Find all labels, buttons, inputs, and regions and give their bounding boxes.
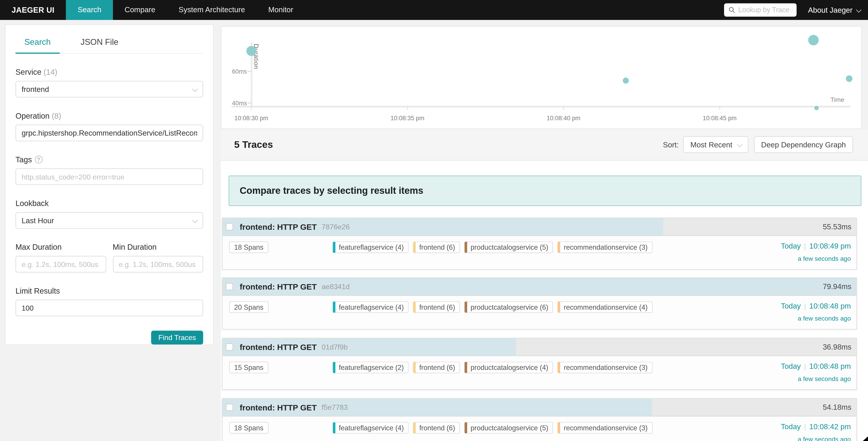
trace-card-body: 18 Spans featureflagservice (4)frontend … xyxy=(222,416,856,441)
x-tick-mark xyxy=(719,106,720,110)
top-navbar: JAEGER UI SearchCompareSystem Architectu… xyxy=(0,0,868,20)
lookback-select[interactable]: Last Hour xyxy=(16,212,203,229)
date-time-separator: | xyxy=(801,423,809,431)
service-tag: recommendationservice (3) xyxy=(558,422,653,434)
service-select[interactable]: frontend xyxy=(16,81,203,97)
x-axis-title: Time xyxy=(831,96,844,103)
deep-dependency-graph-button[interactable]: Deep Dependency Graph xyxy=(754,136,853,153)
sidebar-tab-json-file[interactable]: JSON File xyxy=(72,31,127,53)
scatter-point[interactable] xyxy=(623,78,629,84)
date-time-separator: | xyxy=(801,302,809,310)
about-jaeger-label: About Jaeger xyxy=(808,6,852,14)
trace-duration: 79.94ms xyxy=(823,283,851,291)
trace-result-card[interactable]: frontend: HTTP GET ae8341d 79.94ms 20 Sp… xyxy=(222,277,857,330)
trace-id: 7876e26 xyxy=(322,223,350,231)
trace-result-card[interactable]: frontend: HTTP GET 7876e26 55.53ms 18 Sp… xyxy=(222,217,857,270)
tags-input[interactable] xyxy=(22,173,197,181)
trace-time: 10:08:48 pm xyxy=(809,302,851,310)
search-sidebar: SearchJSON File Service (14) frontend Op… xyxy=(5,25,213,345)
min-duration-input[interactable] xyxy=(119,260,197,268)
y-tick-mark xyxy=(248,102,252,104)
trace-result-card[interactable]: frontend: HTTP GET 01d7f9b 36.98ms 15 Sp… xyxy=(222,338,857,390)
service-tags: featureflagservice (2)frontend (6)produc… xyxy=(333,362,657,373)
service-tag: productcatalogservice (4) xyxy=(465,362,553,373)
trace-time-block: Today|10:08:42 pm a few seconds ago xyxy=(781,421,851,441)
span-count-chip: 15 Spans xyxy=(229,362,268,373)
nav-item-monitor[interactable]: Monitor xyxy=(257,0,305,20)
trace-time: 10:08:42 pm xyxy=(809,423,851,431)
trace-id-input[interactable] xyxy=(738,6,792,14)
nav-item-search[interactable]: Search xyxy=(66,0,113,20)
app-logo[interactable]: JAEGER UI xyxy=(0,0,66,20)
trace-relative-time: a few seconds ago xyxy=(781,376,851,382)
y-tick-label: 40ms xyxy=(221,99,247,106)
sort-value: Most Recent xyxy=(690,140,732,149)
service-tag: featureflagservice (4) xyxy=(333,241,409,253)
trace-time: 10:08:48 pm xyxy=(809,362,851,371)
trace-time-block: Today|10:08:48 pm a few seconds ago xyxy=(781,301,851,322)
x-tick-mark xyxy=(407,106,408,110)
trace-select-checkbox[interactable] xyxy=(226,283,233,290)
sidebar-tabs: SearchJSON File xyxy=(16,25,203,54)
limit-results-input[interactable] xyxy=(22,304,197,312)
service-tag: featureflagservice (4) xyxy=(333,301,409,313)
service-value: frontend xyxy=(22,85,49,93)
service-tags: featureflagservice (4)frontend (6)produc… xyxy=(333,422,657,434)
trace-title[interactable]: frontend: HTTP GET xyxy=(240,222,316,231)
max-duration-label: Max Duration xyxy=(16,243,106,252)
trace-relative-time: a few seconds ago xyxy=(781,255,851,262)
span-count-chip: 18 Spans xyxy=(229,241,268,253)
trace-card-header: frontend: HTTP GET 7876e26 55.53ms xyxy=(222,218,856,236)
operation-select[interactable]: grpc.hipstershop.RecommendationService/L… xyxy=(16,124,203,141)
nav-items: SearchCompareSystem ArchitectureMonitor xyxy=(66,0,305,20)
trace-result-card[interactable]: frontend: HTTP GET f5e7783 54.18ms 18 Sp… xyxy=(222,398,857,441)
trace-title[interactable]: frontend: HTTP GET xyxy=(240,282,316,291)
max-duration-field xyxy=(16,256,106,272)
nav-item-compare[interactable]: Compare xyxy=(113,0,167,20)
trace-id-lookup[interactable] xyxy=(724,3,796,17)
trace-title[interactable]: frontend: HTTP GET xyxy=(240,343,316,351)
trace-card-header: frontend: HTTP GET 01d7f9b 36.98ms xyxy=(222,339,856,356)
trace-select-checkbox[interactable] xyxy=(226,344,233,351)
trace-card-body: 15 Spans featureflagservice (2)frontend … xyxy=(222,356,856,389)
trace-select-checkbox[interactable] xyxy=(226,404,233,411)
service-tag: productcatalogservice (6) xyxy=(465,301,553,313)
trace-date: Today xyxy=(781,423,801,431)
trace-time: 10:08:49 pm xyxy=(809,242,851,251)
scatter-point[interactable] xyxy=(246,46,256,56)
scatter-point[interactable] xyxy=(846,75,852,82)
nav-item-system-architecture[interactable]: System Architecture xyxy=(167,0,257,20)
trace-duration: 36.98ms xyxy=(823,343,851,351)
chevron-down-icon xyxy=(856,7,862,12)
tags-label: Tags? xyxy=(16,155,203,164)
trace-scatter-chart: Duration Time 60ms40ms10:08:30 pm10:08:3… xyxy=(221,26,862,129)
trace-date: Today xyxy=(781,362,801,371)
trace-time-block: Today|10:08:48 pm a few seconds ago xyxy=(781,361,851,382)
trace-title[interactable]: frontend: HTTP GET xyxy=(240,403,316,412)
limit-results-field xyxy=(16,300,203,316)
nav-right: About Jaeger xyxy=(724,0,868,20)
trace-id: f5e7783 xyxy=(322,403,348,412)
sort-select[interactable]: Most Recent xyxy=(683,136,748,153)
trace-card-body: 18 Spans featureflagservice (4)frontend … xyxy=(222,236,856,269)
about-jaeger-menu[interactable]: About Jaeger xyxy=(808,6,860,14)
max-duration-input[interactable] xyxy=(22,260,100,268)
service-tags: featureflagservice (4)frontend (6)produc… xyxy=(333,301,657,313)
trace-id: ae8341d xyxy=(322,283,350,291)
chevron-down-icon xyxy=(192,217,198,223)
scatter-point[interactable] xyxy=(814,106,819,110)
service-tag: recommendationservice (3) xyxy=(558,362,653,373)
operation-value: grpc.hipstershop.RecommendationService/L… xyxy=(22,129,197,137)
date-time-separator: | xyxy=(801,242,809,251)
trace-count-title: 5 Traces xyxy=(234,139,273,150)
scatter-point[interactable] xyxy=(808,35,818,45)
help-icon[interactable]: ? xyxy=(35,155,42,163)
trace-select-checkbox[interactable] xyxy=(226,223,233,231)
jaeger-search-page: JAEGER UI SearchCompareSystem Architectu… xyxy=(0,0,868,441)
service-tag: featureflagservice (4) xyxy=(333,422,409,434)
service-tag: frontend (6) xyxy=(413,301,460,313)
sidebar-tab-search[interactable]: Search xyxy=(16,31,60,53)
chevron-down-icon xyxy=(737,142,742,147)
sort-label: Sort: xyxy=(663,140,679,149)
find-traces-button[interactable]: Find Traces xyxy=(151,331,203,345)
